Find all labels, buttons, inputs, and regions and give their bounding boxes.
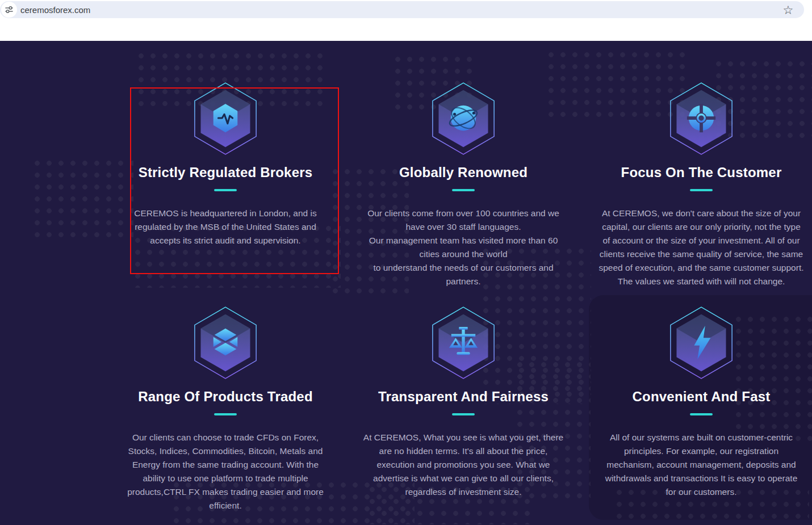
title-underline — [214, 413, 237, 415]
dot-pattern — [31, 157, 133, 240]
title-underline — [690, 413, 713, 415]
site-settings-button[interactable] — [1, 2, 17, 18]
feature-title: Strictly Regulated Brokers — [139, 165, 313, 180]
feature-description: At CEREMOS, What you see is what you get… — [362, 431, 564, 499]
url-text[interactable]: ceremosforex.com — [20, 5, 90, 15]
globe-hexagon-icon — [430, 81, 496, 156]
feature-card-globally-renowned: Globally Renowned Our clients come from … — [357, 81, 570, 305]
features-section: Strictly Regulated Brokers CEREMOS is he… — [0, 41, 812, 525]
feature-title: Range Of Products Traded — [138, 389, 313, 405]
feature-card-focus-on-the-customer: Focus On The Customer At CEREMOS, we don… — [595, 81, 807, 305]
features-grid: Strictly Regulated Brokers CEREMOS is he… — [119, 81, 807, 513]
title-underline — [214, 189, 237, 191]
feature-title: Transparent And Fairness — [378, 389, 549, 405]
title-underline — [452, 413, 475, 415]
title-underline — [690, 189, 713, 191]
feature-title: Convenient And Fast — [633, 389, 771, 405]
scales-hexagon-icon — [430, 305, 496, 380]
feature-card-transparent-and-fairness: Transparent And Fairness At CEREMOS, Wha… — [357, 305, 570, 513]
browser-chrome: ceremosforex.com ☆ — [0, 0, 812, 41]
feature-description: CEREMOS is headquartered in London, and … — [124, 207, 327, 247]
feature-title: Focus On The Customer — [621, 165, 782, 180]
feature-description: Our clients come from over 100 countries… — [362, 207, 564, 288]
feature-card-strictly-regulated-brokers: Strictly Regulated Brokers CEREMOS is he… — [119, 81, 332, 305]
title-underline — [452, 189, 475, 191]
feature-title: Globally Renowned — [399, 165, 528, 180]
feature-description: Our clients can choose to trade CFDs on … — [120, 431, 331, 513]
site-settings-icon — [5, 6, 13, 14]
feature-description: At CEREMOS, we don't care about the size… — [598, 207, 804, 288]
lightning-hexagon-icon — [668, 305, 734, 380]
target-hexagon-icon — [668, 81, 734, 156]
feature-card-convenient-and-fast: Convenient And Fast All of our systems a… — [595, 305, 807, 513]
pulse-hexagon-icon — [192, 81, 258, 156]
bookmark-star-icon[interactable]: ☆ — [781, 3, 795, 16]
cube-hexagon-icon — [192, 305, 258, 380]
url-bar[interactable]: ceremosforex.com ☆ — [0, 1, 804, 18]
feature-card-range-of-products-traded: Range Of Products Traded Our clients can… — [119, 305, 332, 513]
feature-description: All of our systems are built on customer… — [600, 431, 802, 499]
